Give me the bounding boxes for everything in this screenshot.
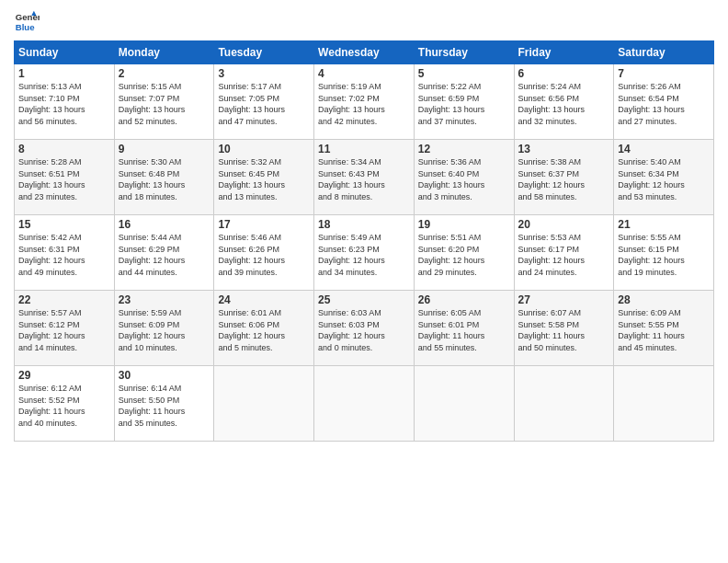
calendar-cell: 23Sunrise: 5:59 AM Sunset: 6:09 PM Dayli… [114, 291, 214, 366]
header-row: General Blue [14, 9, 714, 35]
col-header-friday: Friday [514, 41, 614, 64]
day-number: 10 [218, 143, 310, 155]
calendar-cell: 19Sunrise: 5:51 AM Sunset: 6:20 PM Dayli… [414, 215, 514, 291]
calendar-cell [214, 366, 314, 442]
calendar-cell: 12Sunrise: 5:36 AM Sunset: 6:40 PM Dayli… [414, 140, 514, 215]
day-number: 8 [18, 143, 110, 155]
cell-content: Sunrise: 5:36 AM Sunset: 6:40 PM Dayligh… [418, 156, 510, 202]
calendar-cell [614, 366, 714, 442]
calendar-cell: 20Sunrise: 5:53 AM Sunset: 6:17 PM Dayli… [514, 215, 614, 291]
day-number: 15 [18, 218, 110, 231]
day-number: 9 [119, 143, 210, 155]
calendar-cell: 29Sunrise: 6:12 AM Sunset: 5:52 PM Dayli… [15, 366, 115, 442]
day-number: 4 [318, 67, 410, 80]
calendar-cell: 17Sunrise: 5:46 AM Sunset: 6:26 PM Dayli… [214, 215, 314, 291]
calendar-cell: 3Sunrise: 5:17 AM Sunset: 7:05 PM Daylig… [214, 64, 314, 140]
logo: General Blue [14, 9, 40, 35]
day-number: 6 [518, 67, 610, 80]
cell-content: Sunrise: 5:13 AM Sunset: 7:10 PM Dayligh… [18, 81, 110, 127]
cell-content: Sunrise: 5:19 AM Sunset: 7:02 PM Dayligh… [318, 81, 410, 127]
day-number: 18 [318, 218, 410, 231]
day-number: 12 [418, 143, 510, 155]
col-header-thursday: Thursday [414, 41, 514, 64]
cell-content: Sunrise: 5:49 AM Sunset: 6:23 PM Dayligh… [318, 232, 410, 278]
day-number: 7 [618, 67, 710, 80]
calendar-cell: 8Sunrise: 5:28 AM Sunset: 6:51 PM Daylig… [15, 140, 115, 215]
calendar-cell [514, 366, 614, 442]
cell-content: Sunrise: 5:34 AM Sunset: 6:43 PM Dayligh… [318, 156, 410, 202]
day-number: 14 [618, 143, 710, 155]
calendar-cell: 28Sunrise: 6:09 AM Sunset: 5:55 PM Dayli… [614, 291, 714, 366]
calendar-cell: 15Sunrise: 5:42 AM Sunset: 6:31 PM Dayli… [15, 215, 115, 291]
cell-content: Sunrise: 5:59 AM Sunset: 6:09 PM Dayligh… [119, 307, 210, 353]
logo-icon: General Blue [14, 9, 40, 35]
day-number: 17 [218, 218, 310, 231]
calendar-cell [414, 366, 514, 442]
col-header-sunday: Sunday [15, 41, 115, 64]
calendar-cell: 30Sunrise: 6:14 AM Sunset: 5:50 PM Dayli… [114, 366, 214, 442]
cell-content: Sunrise: 5:42 AM Sunset: 6:31 PM Dayligh… [18, 232, 110, 278]
day-number: 16 [119, 218, 210, 231]
cell-content: Sunrise: 6:07 AM Sunset: 5:58 PM Dayligh… [518, 307, 610, 353]
col-header-saturday: Saturday [614, 41, 714, 64]
day-number: 1 [18, 67, 110, 80]
calendar-cell: 2Sunrise: 5:15 AM Sunset: 7:07 PM Daylig… [114, 64, 214, 140]
cell-content: Sunrise: 5:40 AM Sunset: 6:34 PM Dayligh… [618, 156, 710, 202]
calendar-cell: 1Sunrise: 5:13 AM Sunset: 7:10 PM Daylig… [15, 64, 115, 140]
week-row-1: 1Sunrise: 5:13 AM Sunset: 7:10 PM Daylig… [15, 64, 714, 140]
calendar-cell: 13Sunrise: 5:38 AM Sunset: 6:37 PM Dayli… [514, 140, 614, 215]
cell-content: Sunrise: 5:22 AM Sunset: 6:59 PM Dayligh… [418, 81, 510, 127]
cell-content: Sunrise: 6:03 AM Sunset: 6:03 PM Dayligh… [318, 307, 410, 353]
day-number: 2 [119, 67, 210, 80]
week-row-2: 8Sunrise: 5:28 AM Sunset: 6:51 PM Daylig… [15, 140, 714, 215]
calendar-cell: 18Sunrise: 5:49 AM Sunset: 6:23 PM Dayli… [314, 215, 415, 291]
calendar-cell: 21Sunrise: 5:55 AM Sunset: 6:15 PM Dayli… [614, 215, 714, 291]
cell-content: Sunrise: 5:17 AM Sunset: 7:05 PM Dayligh… [218, 81, 310, 127]
week-row-4: 22Sunrise: 5:57 AM Sunset: 6:12 PM Dayli… [15, 291, 714, 366]
day-number: 22 [18, 293, 110, 306]
calendar-cell [314, 366, 415, 442]
cell-content: Sunrise: 5:30 AM Sunset: 6:48 PM Dayligh… [119, 156, 210, 202]
cell-content: Sunrise: 6:12 AM Sunset: 5:52 PM Dayligh… [18, 383, 110, 429]
day-number: 13 [518, 143, 610, 155]
week-row-3: 15Sunrise: 5:42 AM Sunset: 6:31 PM Dayli… [15, 215, 714, 291]
cell-content: Sunrise: 5:51 AM Sunset: 6:20 PM Dayligh… [418, 232, 510, 278]
day-number: 24 [218, 293, 310, 306]
calendar-cell: 26Sunrise: 6:05 AM Sunset: 6:01 PM Dayli… [414, 291, 514, 366]
calendar-cell: 22Sunrise: 5:57 AM Sunset: 6:12 PM Dayli… [15, 291, 115, 366]
cell-content: Sunrise: 6:05 AM Sunset: 6:01 PM Dayligh… [418, 307, 510, 353]
svg-text:General: General [16, 12, 40, 22]
week-row-5: 29Sunrise: 6:12 AM Sunset: 5:52 PM Dayli… [15, 366, 714, 442]
day-number: 25 [318, 293, 410, 306]
calendar-cell: 4Sunrise: 5:19 AM Sunset: 7:02 PM Daylig… [314, 64, 415, 140]
cell-content: Sunrise: 5:32 AM Sunset: 6:45 PM Dayligh… [218, 156, 310, 202]
calendar-cell: 9Sunrise: 5:30 AM Sunset: 6:48 PM Daylig… [114, 140, 214, 215]
svg-text:Blue: Blue [16, 22, 35, 32]
cell-content: Sunrise: 5:15 AM Sunset: 7:07 PM Dayligh… [119, 81, 210, 127]
calendar-table: SundayMondayTuesdayWednesdayThursdayFrid… [14, 40, 714, 442]
calendar-cell: 27Sunrise: 6:07 AM Sunset: 5:58 PM Dayli… [514, 291, 614, 366]
calendar-cell: 24Sunrise: 6:01 AM Sunset: 6:06 PM Dayli… [214, 291, 314, 366]
cell-content: Sunrise: 5:44 AM Sunset: 6:29 PM Dayligh… [119, 232, 210, 278]
calendar-container: General Blue SundayMondayTuesdayWednesda… [0, 0, 728, 451]
cell-content: Sunrise: 6:09 AM Sunset: 5:55 PM Dayligh… [618, 307, 710, 353]
day-number: 20 [518, 218, 610, 231]
calendar-cell: 7Sunrise: 5:26 AM Sunset: 6:54 PM Daylig… [614, 64, 714, 140]
day-number: 5 [418, 67, 510, 80]
day-number: 26 [418, 293, 510, 306]
calendar-cell: 11Sunrise: 5:34 AM Sunset: 6:43 PM Dayli… [314, 140, 415, 215]
cell-content: Sunrise: 5:28 AM Sunset: 6:51 PM Dayligh… [18, 156, 110, 202]
day-number: 29 [18, 369, 110, 382]
day-number: 21 [618, 218, 710, 231]
cell-content: Sunrise: 5:38 AM Sunset: 6:37 PM Dayligh… [518, 156, 610, 202]
col-header-monday: Monday [114, 41, 214, 64]
day-number: 3 [218, 67, 310, 80]
col-header-wednesday: Wednesday [314, 41, 415, 64]
calendar-cell: 5Sunrise: 5:22 AM Sunset: 6:59 PM Daylig… [414, 64, 514, 140]
cell-content: Sunrise: 6:14 AM Sunset: 5:50 PM Dayligh… [119, 383, 210, 429]
calendar-cell: 25Sunrise: 6:03 AM Sunset: 6:03 PM Dayli… [314, 291, 415, 366]
day-number: 30 [119, 369, 210, 382]
day-number: 28 [618, 293, 710, 306]
day-number: 27 [518, 293, 610, 306]
cell-content: Sunrise: 5:57 AM Sunset: 6:12 PM Dayligh… [18, 307, 110, 353]
